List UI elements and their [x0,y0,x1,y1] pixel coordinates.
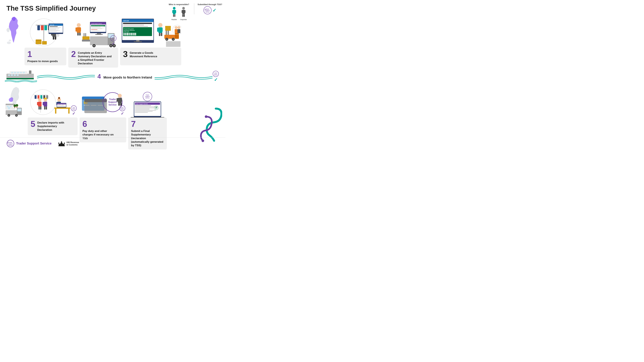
svg-text:✓: ✓ [155,106,158,109]
step6-tss-badge: Trader Support Service ✓ [119,105,126,116]
svg-rect-166 [14,107,15,108]
step1-number: 1 [27,50,32,58]
middle-row: 4 Move goods to Northern Ireland Trader … [5,69,220,84]
svg-point-113 [158,23,162,27]
step6-check: ✓ [121,111,124,116]
svg-point-49 [77,23,81,27]
footer-tss-name: Trader Support Service [16,142,52,145]
svg-point-0 [173,7,176,9]
submitted-checkmark: ✓ [212,8,216,13]
svg-rect-167 [16,106,17,108]
svg-rect-102 [129,33,130,35]
svg-text:Trader: Trader [121,107,124,108]
svg-rect-89 [123,23,152,24]
step5-illustration: Trader Support Service Trader Support Se… [28,85,78,117]
step7-illus-svg: Trader Support Service ✓ Trader [129,87,166,117]
step4-label-container: 4 Move goods to Northern Ireland [95,73,154,79]
svg-text:Trader Support Service: Trader Support Service [57,104,66,105]
step7-illustration: Trader Support Service ✓ Trader [128,85,167,117]
step5-check: ✓ [72,111,75,116]
svg-rect-107 [133,33,134,35]
svg-text:Trader: Trader [214,72,217,73]
svg-rect-36 [36,40,41,40]
who-responsible-label: Who is responsible? [169,3,189,6]
step7-number: 7 [131,120,136,128]
step6-illus-svg: Trader Support Service [80,87,126,117]
tss-logo-legend: Trader Support Service [204,6,212,14]
tss-badge-step2: Trader Support Service [110,35,116,41]
svg-rect-179 [40,102,42,105]
svg-rect-181 [40,106,42,110]
svg-rect-192 [54,107,70,109]
svg-rect-3 [175,10,176,13]
submitted-label: Submitted through TSS? [198,3,222,6]
svg-point-253 [61,141,62,142]
svg-rect-251 [58,145,65,146]
svg-rect-220 [120,98,122,102]
svg-rect-145 [17,74,19,76]
step5-card: 5 Declare imports with Supplementary Dec… [28,117,78,135]
svg-text:Support: Support [121,108,124,109]
step6-unit: Trader Support Service [80,85,126,142]
svg-rect-160 [6,104,14,105]
svg-rect-138 [14,72,16,73]
svg-rect-180 [38,106,40,110]
svg-rect-144 [14,74,16,76]
svg-rect-234 [135,109,150,109]
svg-rect-140 [20,72,22,73]
svg-text:Service: Service [72,109,75,110]
hmrc-crown-icon [58,140,65,147]
svg-rect-53 [77,33,79,35]
svg-rect-105 [131,33,132,35]
svg-rect-134 [178,29,180,33]
svg-rect-121 [166,31,167,35]
step3-illustration: GOV.UK Present this goods movement refer… [120,15,181,48]
svg-rect-99 [126,33,126,35]
svg-rect-231 [135,105,151,106]
svg-rect-171 [34,95,36,99]
svg-point-63 [93,45,95,46]
svg-text:Service: Service [108,103,116,106]
svg-point-217 [118,94,122,98]
step2-number: 2 [71,50,76,58]
svg-rect-142 [8,74,10,76]
svg-point-252 [58,143,59,143]
svg-rect-100 [127,33,128,35]
svg-rect-51 [76,27,77,31]
svg-text:at the port: at the port [124,31,129,32]
svg-point-176 [38,98,42,101]
hmrc-text: HM Revenue & Customs [66,141,79,146]
svg-text:Support: Support [112,38,115,39]
svg-rect-132 [175,29,178,33]
svg-point-189 [58,97,60,99]
uk-map-area [5,15,22,58]
svg-rect-120 [175,32,179,39]
svg-text:Present this goods: Present this goods [124,28,134,29]
step4-tss-badge: Trader Support Service ✓ [212,71,219,82]
svg-rect-115 [157,28,159,32]
svg-rect-128 [165,26,171,28]
svg-rect-127 [165,28,171,31]
tss-badge-step5: Trader Support Service [71,105,77,111]
step3-unit: GOV.UK Present this goods movement refer… [120,15,181,65]
svg-point-16 [9,39,11,41]
svg-rect-104 [130,33,131,35]
svg-text:Submit Entry Summary Declarati: Submit Entry Summary Declaration [91,25,104,26]
ship-area [5,70,37,83]
svg-rect-21 [37,25,40,30]
main-content: GOV.UK 1 Prepare to move goods [0,15,226,149]
svg-point-133 [178,26,180,29]
svg-rect-117 [159,33,160,36]
step2-check: ✓ [112,41,115,46]
svg-rect-29 [53,37,54,39]
svg-rect-2 [172,10,174,13]
svg-point-165 [16,104,18,107]
svg-text:Trader Support Service: Trader Support Service [91,23,102,24]
svg-rect-111 [136,40,140,41]
svg-rect-91 [123,26,148,27]
svg-text:Service: Service [8,145,13,146]
svg-point-17 [7,41,11,44]
svg-text:Service: Service [206,11,210,12]
step6-number: 6 [82,120,87,128]
svg-point-156 [8,115,10,116]
